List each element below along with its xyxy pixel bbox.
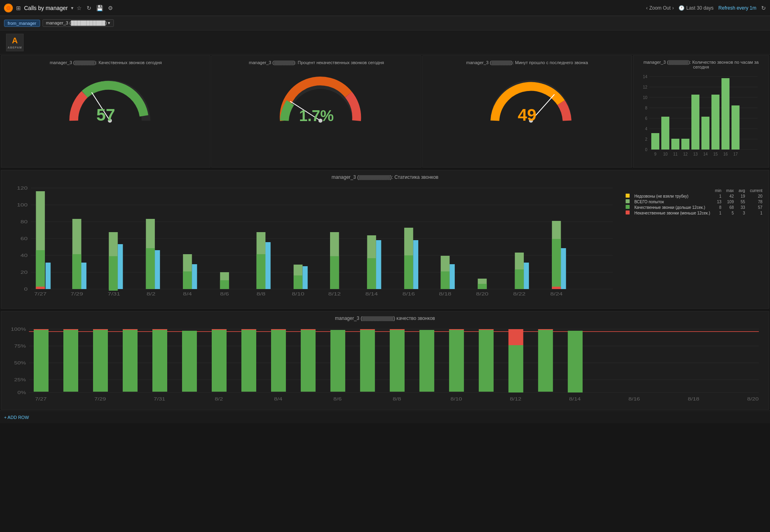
svg-rect-90 xyxy=(450,264,455,289)
zoom-out-btn[interactable]: Zoom Out xyxy=(649,5,671,11)
svg-rect-26 xyxy=(671,139,679,150)
settings-icon[interactable]: ⚙ xyxy=(108,5,113,11)
nav-action-icons: ☆ ↻ 💾 ⚙ xyxy=(77,5,113,11)
legend-max-missed: 42 xyxy=(724,193,736,199)
svg-text:8/14: 8/14 xyxy=(365,292,378,296)
refresh-label[interactable]: Refresh every 1m xyxy=(718,5,756,11)
svg-rect-139 xyxy=(241,330,256,392)
save-icon[interactable]: 💾 xyxy=(96,5,103,11)
svg-rect-159 xyxy=(568,331,583,392)
star-icon[interactable]: ☆ xyxy=(77,5,82,11)
gauge-bad-percent: manager_3 (███████): Процент некачествен… xyxy=(211,55,421,168)
logo-area: A ABEPAM xyxy=(0,30,770,55)
quality-section: manager_3 (███████████) качество звонков… xyxy=(0,310,770,411)
legend-header-max: max xyxy=(724,188,736,193)
svg-text:7/31: 7/31 xyxy=(154,397,165,401)
svg-rect-140 xyxy=(241,329,256,330)
svg-rect-145 xyxy=(330,330,345,392)
gauge-minutes: manager_3 (███████): Минут прошло с посл… xyxy=(422,55,632,168)
svg-text:8/14: 8/14 xyxy=(569,397,581,401)
svg-text:8/22: 8/22 xyxy=(513,292,525,296)
legend-max-total: 109 xyxy=(724,199,736,204)
svg-text:40: 40 xyxy=(20,253,28,258)
svg-rect-78 xyxy=(294,275,302,289)
stats-title: manager_3 (███████████): Статистика звон… xyxy=(5,174,765,180)
quality-title: manager_3 (███████████) качество звонков xyxy=(5,316,765,321)
svg-rect-155 xyxy=(509,329,523,345)
dashboard-title[interactable]: Calls by manager xyxy=(24,5,68,11)
svg-text:16: 16 xyxy=(723,152,728,156)
svg-rect-131 xyxy=(93,329,108,330)
svg-text:8/2: 8/2 xyxy=(215,397,223,401)
svg-rect-61 xyxy=(72,254,81,289)
clock-icon: 🕐 xyxy=(679,5,685,11)
gauge-quality-title: manager_3 (███████): Качественных звонко… xyxy=(50,60,162,65)
svg-text:8/12: 8/12 xyxy=(328,292,341,296)
time-range-label: Last 30 days xyxy=(686,5,713,11)
svg-text:8: 8 xyxy=(645,106,647,110)
grid-icon[interactable]: ⊞ xyxy=(16,5,21,11)
legend-min-bad: 1 xyxy=(713,210,724,216)
svg-rect-146 xyxy=(360,330,375,392)
legend-avg-total: 55 xyxy=(736,199,748,204)
gauge-bad-value: 1.7% xyxy=(299,107,334,125)
legend-label-total: ВСЕГО попыток xyxy=(632,199,713,204)
svg-text:10: 10 xyxy=(643,95,648,100)
svg-text:0: 0 xyxy=(645,148,647,152)
zoom-prev-icon[interactable]: ‹ xyxy=(646,5,648,11)
auto-refresh-icon[interactable]: ↻ xyxy=(761,5,766,11)
legend-avg-bad: 3 xyxy=(736,210,748,216)
gauge-row: manager_3 (███████): Качественных звонко… xyxy=(0,55,770,168)
svg-rect-92 xyxy=(478,284,486,289)
svg-text:8/6: 8/6 xyxy=(333,397,342,401)
legend-row-missed: Недозвоны (не взяли трубку) 1 42 19 20 xyxy=(623,193,765,199)
svg-rect-136 xyxy=(182,331,197,392)
hourly-chart-svg: 14 12 10 8 6 4 2 0 xyxy=(637,73,762,161)
svg-text:8/20: 8/20 xyxy=(476,292,488,296)
svg-rect-144 xyxy=(301,329,316,330)
svg-text:7/27: 7/27 xyxy=(34,292,47,296)
legend-header-current: current xyxy=(748,188,765,193)
svg-text:8/10: 8/10 xyxy=(450,397,462,401)
svg-text:75%: 75% xyxy=(14,344,26,348)
legend-label-missed: Недозвоны (не взяли трубку) xyxy=(632,193,713,199)
svg-text:8/10: 8/10 xyxy=(292,292,304,296)
svg-rect-127 xyxy=(34,329,49,330)
svg-text:10: 10 xyxy=(663,152,668,156)
svg-text:6: 6 xyxy=(645,116,647,121)
legend-current-total: 78 xyxy=(748,199,765,204)
svg-rect-86 xyxy=(404,255,413,289)
svg-text:14: 14 xyxy=(703,152,708,156)
zoom-next-icon[interactable]: › xyxy=(672,5,674,11)
svg-rect-134 xyxy=(152,330,167,392)
time-range-selector[interactable]: 🕐 Last 30 days xyxy=(679,5,713,11)
svg-text:80: 80 xyxy=(20,220,28,224)
gauge-quality-today: manager_3 (███████): Качественных звонко… xyxy=(1,55,211,168)
svg-text:8/16: 8/16 xyxy=(628,397,640,401)
svg-text:60: 60 xyxy=(20,237,28,241)
svg-text:8/20: 8/20 xyxy=(747,397,759,401)
svg-rect-25 xyxy=(661,117,669,150)
hourly-chart-panel: manager_3 (███████): Количество звонков … xyxy=(633,55,769,168)
svg-text:8/12: 8/12 xyxy=(510,397,521,401)
add-row-button[interactable]: + ADD ROW xyxy=(4,415,29,420)
svg-text:7/31: 7/31 xyxy=(108,292,120,296)
svg-rect-76 xyxy=(265,242,271,289)
gauge-minutes-value: 49 xyxy=(518,105,537,125)
svg-text:0: 0 xyxy=(24,287,28,291)
svg-rect-30 xyxy=(711,95,719,150)
svg-rect-71 xyxy=(192,264,197,289)
refresh-icon[interactable]: ↻ xyxy=(87,5,91,11)
svg-rect-152 xyxy=(449,329,464,330)
svg-rect-89 xyxy=(441,271,450,289)
zoom-controls: ‹ Zoom Out › xyxy=(646,5,674,11)
brand-name: ABEPAM xyxy=(8,46,22,49)
svg-rect-84 xyxy=(376,240,381,289)
from-manager-filter[interactable]: from_manager xyxy=(4,20,40,27)
legend-current-missed: 20 xyxy=(748,193,765,199)
svg-rect-70 xyxy=(183,271,192,289)
title-dropdown-icon[interactable]: ▾ xyxy=(71,5,73,11)
manager-select[interactable]: manager_3 (███████████) ▾ xyxy=(43,19,114,27)
svg-rect-157 xyxy=(538,330,553,392)
svg-rect-94 xyxy=(515,269,524,289)
